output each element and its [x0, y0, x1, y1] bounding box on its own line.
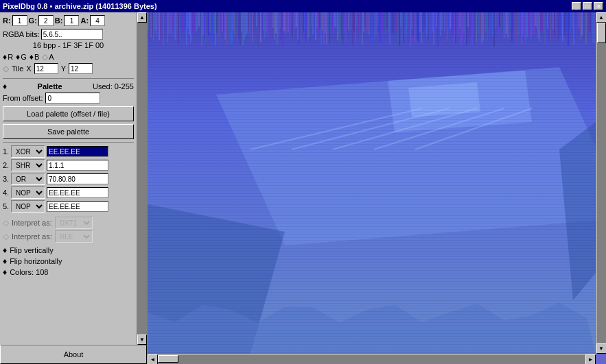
op-row-2: 2. SHRNOPXORANDOR: [3, 159, 134, 171]
bpp-text: 16 bpp - 1F 3F 1F 00: [33, 41, 104, 49]
palette-used: Used: 0-255: [93, 82, 134, 90]
op-row-4: 4. NOPXORANDOR: [3, 186, 134, 199]
left-scroll-down-button[interactable]: ▼: [137, 335, 147, 345]
op-num-5: 5.: [3, 202, 10, 210]
op-num-4: 4.: [3, 189, 10, 197]
image-area: ▲ ▼ ◄ ►: [148, 12, 606, 364]
interpret-select-2[interactable]: RLE: [55, 230, 93, 243]
colors-item: ♦ Colors: 108: [3, 267, 134, 277]
tile-row: ◇ Tile X Y: [3, 63, 134, 74]
r-input[interactable]: [12, 15, 27, 26]
b-channel-radio[interactable]: ♦ B: [30, 52, 39, 62]
left-scroll-up-button[interactable]: ▲: [137, 12, 147, 23]
left-panel: R: G: B: A: RGBA bits: 16 bpp - 1F 3F 1: [0, 12, 148, 364]
rgba-bits-input[interactable]: [41, 29, 103, 40]
op-select-5[interactable]: NOPXORANDOR: [11, 200, 45, 213]
rgba-row: R: G: B: A:: [3, 15, 134, 26]
a-channel-radio[interactable]: ◇ A: [42, 52, 54, 62]
interpret-label-2: Interpret as:: [12, 232, 52, 241]
title-bar: PixelDbg 0.8 • archive.zip (14011396 Byt…: [0, 0, 606, 12]
op-row-5: 5. NOPXORANDOR: [3, 200, 134, 213]
tile-label: Tile: [12, 64, 23, 73]
main-layout: R: G: B: A: RGBA bits: 16 bpp - 1F 3F 1: [0, 12, 606, 364]
interpret-row-1: ◇ Interpret as: DXT1: [3, 217, 134, 229]
right-hscrollbar[interactable]: ◄ ►: [148, 354, 596, 364]
scroll-down-button[interactable]: ▼: [596, 343, 607, 354]
g-channel-radio[interactable]: ♦ G: [16, 52, 27, 62]
scroll-thumb-v[interactable]: [597, 23, 606, 43]
op-select-3[interactable]: ORNOPXORAND: [11, 173, 45, 185]
window-title: PixelDbg 0.8 • archive.zip (14011396 Byt…: [3, 2, 157, 10]
channel-radios: ♦ R ♦ G ♦ B ◇ A: [3, 52, 134, 62]
interpret-select-1[interactable]: DXT1: [55, 217, 93, 229]
r-label: R:: [3, 16, 11, 25]
op-num-1: 1.: [3, 147, 10, 156]
about-button[interactable]: About: [0, 345, 147, 364]
op-value-2[interactable]: [47, 160, 108, 171]
op-value-4[interactable]: [47, 187, 108, 198]
scroll-right-button[interactable]: ►: [585, 354, 596, 365]
a-label: A:: [80, 16, 89, 25]
tile-x-input[interactable]: [34, 63, 58, 74]
image-canvas: [148, 12, 596, 354]
a-channel-label: A: [49, 53, 54, 61]
offset-input[interactable]: [45, 93, 100, 104]
b-channel-label: B: [34, 53, 39, 61]
bpp-row: 16 bpp - 1F 3F 1F 00: [3, 41, 134, 49]
scroll-left-button[interactable]: ◄: [148, 354, 158, 365]
palette-header: ♦ Palette Used: 0-255: [3, 82, 134, 91]
left-vscrollbar[interactable]: ▲ ▼: [137, 12, 147, 345]
scroll-thumb-h[interactable]: [158, 355, 178, 363]
op-select-4[interactable]: NOPXORANDOR: [11, 186, 45, 199]
g-label: G:: [29, 16, 37, 25]
op-row-3: 3. ORNOPXORAND: [3, 173, 134, 185]
flip-horizontally-item[interactable]: ♦ Flip horizontally: [3, 256, 134, 266]
a-input[interactable]: [90, 15, 105, 26]
offset-label: From offset:: [3, 94, 43, 102]
rgba-bits-label: RGBA bits:: [3, 30, 40, 38]
offset-row: From offset:: [3, 93, 134, 104]
b-label: B:: [55, 16, 63, 25]
tile-y-label: Y: [61, 64, 66, 73]
r-channel-label: R: [8, 53, 13, 61]
palette-section: ♦ Palette Used: 0-255 From offset: Load …: [3, 82, 134, 139]
interpret-label-1: Interpret as:: [12, 219, 52, 227]
left-panel-scrollable: R: G: B: A: RGBA bits: 16 bpp - 1F 3F 1: [0, 12, 147, 345]
rgba-bits-row: RGBA bits:: [3, 29, 134, 40]
interpret-row-2: ◇ Interpret as: RLE: [3, 230, 134, 243]
flip-horizontally-label: Flip horizontally: [10, 257, 62, 265]
close-button[interactable]: ✕: [594, 2, 603, 10]
op-row-1: 1. XORNOPANDORADDSHR: [3, 145, 134, 158]
right-vscrollbar[interactable]: ▲ ▼: [596, 12, 606, 354]
op-value-1[interactable]: [47, 146, 108, 157]
minimize-button[interactable]: _: [572, 2, 581, 10]
window-controls[interactable]: _ □ ✕: [572, 2, 603, 10]
colors-label: Colors: 108: [10, 268, 48, 276]
maximize-button[interactable]: □: [583, 2, 592, 10]
flip-vertically-label: Flip vertically: [10, 246, 54, 254]
scroll-track-v[interactable]: [597, 23, 606, 343]
interpret-section: ◇ Interpret as: DXT1 ◇ Interpret as: RLE: [3, 217, 134, 243]
left-scroll-track: [137, 23, 147, 335]
r-channel-radio[interactable]: ♦ R: [3, 52, 13, 62]
g-channel-label: G: [21, 53, 27, 61]
b-input[interactable]: [64, 15, 79, 26]
flip-vertically-item[interactable]: ♦ Flip vertically: [3, 245, 134, 255]
op-num-2: 2.: [3, 161, 10, 169]
scroll-track-h[interactable]: [158, 355, 585, 364]
tile-y-input[interactable]: [69, 63, 93, 74]
op-select-2[interactable]: SHRNOPXORANDOR: [11, 159, 45, 171]
save-palette-button[interactable]: Save palette: [3, 124, 134, 139]
g-input[interactable]: [38, 15, 54, 26]
op-select-1[interactable]: XORNOPANDORADDSHR: [11, 145, 45, 158]
op-value-3[interactable]: [47, 173, 108, 184]
right-panel: ▲ ▼ ◄ ►: [148, 12, 606, 364]
tile-x-label: X: [26, 64, 31, 73]
palette-label: Palette: [38, 82, 62, 90]
op-num-3: 3.: [3, 175, 10, 183]
scroll-up-button[interactable]: ▲: [596, 12, 607, 23]
op-value-5[interactable]: [47, 201, 108, 212]
ops-section: 1. XORNOPANDORADDSHR 2. SHRNOPXORANDOR: [3, 145, 134, 213]
left-content: R: G: B: A: RGBA bits: 16 bpp - 1F 3F 1: [0, 12, 137, 345]
load-palette-button[interactable]: Load palette (offset / file): [3, 106, 134, 121]
